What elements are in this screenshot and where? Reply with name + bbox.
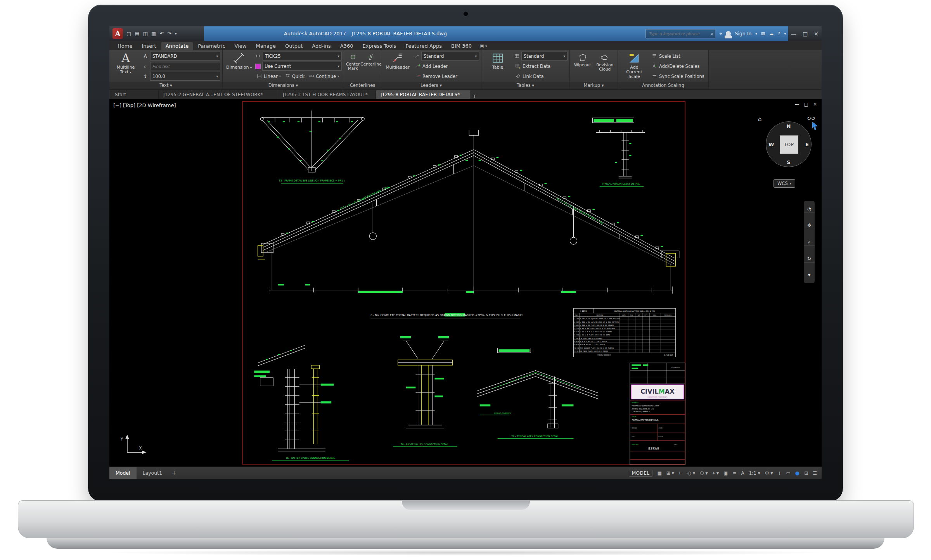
save-icon[interactable]: ◫ (143, 31, 148, 36)
plot-icon[interactable]: ▥ (151, 31, 156, 36)
drawing-minimize-button[interactable]: — (795, 102, 799, 107)
new-icon[interactable]: ▢ (126, 31, 131, 36)
quick-properties-icon[interactable]: ▭ (786, 470, 790, 476)
sign-in-button[interactable]: Sign In (735, 31, 751, 36)
grid-toggle-icon[interactable]: ▦ (657, 470, 661, 476)
scale-list-button[interactable]: Scale List (651, 52, 682, 60)
search-icon[interactable]: ⌕ (710, 31, 713, 37)
qat-customize-icon[interactable]: ▾ (175, 32, 177, 36)
orbit-icon[interactable]: ↻ (804, 255, 815, 263)
dim-layer-select[interactable]: Use Current▾ (262, 62, 342, 71)
annotation-visibility-icon[interactable]: A (741, 470, 744, 476)
binoculars-icon[interactable]: ⌖ (719, 31, 722, 37)
drawing-canvas[interactable]: T3 - FRAME DETAIL B/S LINE A2 ( FRAME BC… (109, 99, 822, 467)
extract-data-button[interactable]: Extract Data (514, 62, 552, 71)
tab-bim360[interactable]: BIM 360 (447, 42, 476, 50)
quick-dimension-button[interactable]: Quick (284, 72, 306, 81)
wcs-button[interactable]: WCS▾ (774, 179, 795, 188)
panel-leaders-footer[interactable]: Leaders ▾ (381, 82, 481, 89)
drawing-close-button[interactable]: × (813, 102, 817, 107)
pan-icon[interactable]: ✥ (804, 222, 815, 229)
panel-annotation-scaling-footer[interactable]: Annotation Scaling (618, 82, 708, 89)
sync-scale-positions-button[interactable]: Sync Scale Positions (651, 72, 706, 81)
text-style-select[interactable]: STANDARD▾ (150, 52, 220, 60)
viewport-view-control[interactable]: [Top] (123, 102, 135, 108)
find-text-input[interactable] (150, 62, 220, 70)
layout1-tab[interactable]: Layout1 (137, 467, 168, 479)
clean-screen-icon[interactable]: ⊡ (804, 470, 808, 476)
centerline-button[interactable]: Centerline (360, 52, 381, 82)
link-data-button[interactable]: Link Data (514, 72, 545, 81)
panel-tables-footer[interactable]: Tables ▾ (481, 82, 569, 89)
close-button[interactable]: × (814, 31, 819, 37)
table-style-select[interactable]: Standard▾ (521, 52, 568, 60)
transparency-toggle-icon[interactable]: ≡ (732, 470, 736, 476)
help-caret-icon[interactable]: ▾ (784, 32, 786, 36)
nav-wheel-icon[interactable]: ◔ (804, 206, 815, 213)
isodraft-toggle-icon[interactable]: ⬡ ▾ (700, 470, 708, 476)
tab-addins[interactable]: Add-ins (308, 42, 335, 50)
open-icon[interactable]: ▤ (135, 31, 139, 36)
add-delete-scales-button[interactable]: Add/Delete Scales (651, 62, 701, 71)
osnap-toggle-icon[interactable]: ⌖ ▾ (712, 470, 719, 476)
wipeout-button[interactable]: Wipeout (572, 52, 594, 82)
file-tab-1[interactable]: J1295-2 GENERAL A...ENT OF STEELWORK* (159, 90, 278, 99)
panel-dimensions-footer[interactable]: Dimensions ▾ (223, 82, 344, 89)
hardware-acceleration-icon[interactable]: ● (795, 470, 799, 476)
search-input[interactable] (648, 31, 710, 36)
viewcube[interactable]: N S W E TOP (766, 121, 812, 167)
redo-icon[interactable]: ↷ (167, 31, 171, 36)
file-tab-start[interactable]: Start (110, 90, 159, 99)
tab-parametric[interactable]: Parametric (194, 42, 229, 50)
zoom-icon[interactable]: ⌕ (804, 239, 815, 246)
linear-button[interactable]: Linear▾ (255, 72, 282, 81)
tab-output[interactable]: Output (281, 42, 307, 50)
multileader-button[interactable]: Multileader (383, 52, 412, 82)
add-current-scale-button[interactable]: Add Current Scale (620, 52, 649, 82)
model-tab[interactable]: Model (109, 467, 137, 479)
panel-centerlines-footer[interactable]: Centerlines (344, 82, 381, 89)
panel-markup-footer[interactable]: Markup ▾ (570, 82, 618, 89)
text-height-select[interactable]: 100.0▾ (150, 72, 220, 81)
center-mark-button[interactable]: Center Mark (346, 52, 360, 82)
a360-icon[interactable]: ⊠ (761, 31, 765, 36)
viewport-minus-control[interactable]: [−] (113, 102, 121, 108)
viewcube-top-face[interactable]: TOP (780, 135, 798, 154)
viewcube-east[interactable]: E (805, 142, 809, 147)
minimize-button[interactable]: — (791, 31, 796, 37)
revision-cloud-button[interactable]: Revision Cloud (594, 52, 616, 82)
leader-style-select[interactable]: Standard▾ (421, 52, 479, 60)
tab-a360[interactable]: A360 (336, 42, 358, 50)
tab-featured-apps[interactable]: Featured Apps (401, 42, 446, 50)
remove-leader-button[interactable]: Remove Leader (414, 72, 459, 81)
new-layout-button[interactable]: + (168, 469, 180, 477)
new-drawing-tab-button[interactable]: + (470, 93, 479, 99)
annotation-monitor-icon[interactable]: + (777, 470, 781, 476)
undo-icon[interactable]: ↶ (159, 31, 164, 36)
help-icon[interactable]: ? (778, 31, 780, 36)
tab-express-tools[interactable]: Express Tools (358, 42, 400, 50)
dim-style-select[interactable]: TICK25▾ (263, 52, 342, 60)
maximize-button[interactable]: □ (803, 31, 808, 37)
viewcube-west[interactable]: W (768, 142, 774, 147)
table-button[interactable]: Table (483, 52, 512, 82)
add-leader-button[interactable]: Add Leader (414, 62, 449, 71)
viewport-visual-style-control[interactable]: [2D Wireframe] (137, 102, 176, 108)
multiline-text-button[interactable]: A Multiline Text ▾ (111, 52, 140, 82)
app-logo-button[interactable]: A (112, 28, 123, 39)
cloud-icon[interactable]: ☁ (769, 31, 774, 36)
viewcube-rotate-icon[interactable]: ↻↺ (807, 116, 815, 121)
ortho-toggle-icon[interactable]: ∟ (679, 470, 683, 476)
customization-menu-icon[interactable]: ☰ (813, 470, 817, 476)
viewcube-south[interactable]: S (787, 159, 790, 165)
dimension-button[interactable]: Dimension ▾ (225, 52, 253, 82)
viewcube-north[interactable]: N (787, 123, 791, 129)
polar-toggle-icon[interactable]: ◎ ▾ (687, 470, 695, 476)
tab-insert[interactable]: Insert (137, 42, 160, 50)
sign-in-caret-icon[interactable]: ▾ (755, 32, 757, 36)
lineweight-toggle-icon[interactable]: ▣ (723, 470, 728, 476)
model-space-button[interactable]: MODEL (629, 470, 653, 477)
file-tab-2[interactable]: J1295-3 1ST FLOOR BEAMS LAYOUT* (278, 90, 376, 99)
continue-dimension-button[interactable]: Continue▾ (307, 72, 340, 81)
ribbon-display-toggle-icon[interactable]: ▣ ▾ (480, 43, 487, 50)
